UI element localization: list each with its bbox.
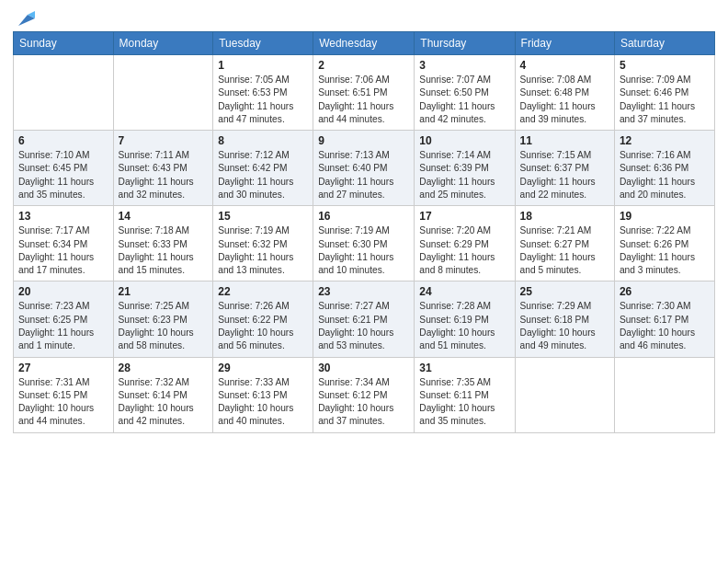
empty-cell <box>113 55 213 131</box>
day-detail: Sunrise: 7:17 AMSunset: 6:34 PMDaylight:… <box>18 224 108 277</box>
day-number: 22 <box>218 285 308 298</box>
day-cell-21: 21Sunrise: 7:25 AMSunset: 6:23 PMDayligh… <box>113 282 213 357</box>
day-detail: Sunrise: 7:06 AMSunset: 6:51 PMDaylight:… <box>318 74 409 126</box>
day-number: 15 <box>218 210 308 223</box>
day-cell-29: 29Sunrise: 7:33 AMSunset: 6:13 PMDayligh… <box>213 357 313 432</box>
day-detail: Sunrise: 7:23 AMSunset: 6:25 PMDaylight:… <box>18 300 108 352</box>
day-detail: Sunrise: 7:07 AMSunset: 6:50 PMDaylight:… <box>419 74 509 126</box>
day-detail: Sunrise: 7:30 AMSunset: 6:17 PMDaylight:… <box>620 300 710 352</box>
day-number: 4 <box>520 59 609 72</box>
logo <box>13 9 35 26</box>
day-detail: Sunrise: 7:33 AMSunset: 6:13 PMDaylight:… <box>218 376 308 429</box>
day-cell-16: 16Sunrise: 7:19 AMSunset: 6:30 PMDayligh… <box>313 206 415 282</box>
day-cell-7: 7Sunrise: 7:11 AMSunset: 6:43 PMDaylight… <box>113 131 213 206</box>
day-number: 7 <box>119 134 209 147</box>
weekday-header-saturday: Saturday <box>614 32 714 55</box>
day-cell-3: 3Sunrise: 7:07 AMSunset: 6:50 PMDaylight… <box>415 55 515 131</box>
day-detail: Sunrise: 7:13 AMSunset: 6:40 PMDaylight:… <box>318 149 409 201</box>
day-cell-28: 28Sunrise: 7:32 AMSunset: 6:14 PMDayligh… <box>113 357 213 432</box>
day-cell-30: 30Sunrise: 7:34 AMSunset: 6:12 PMDayligh… <box>313 357 415 432</box>
day-number: 8 <box>218 134 308 147</box>
day-number: 12 <box>620 134 710 147</box>
day-number: 24 <box>419 285 509 298</box>
day-detail: Sunrise: 7:28 AMSunset: 6:19 PMDaylight:… <box>419 300 509 352</box>
weekday-header-tuesday: Tuesday <box>213 32 313 55</box>
day-number: 27 <box>18 362 108 374</box>
day-number: 18 <box>520 210 609 223</box>
weekday-header-friday: Friday <box>515 32 614 55</box>
day-cell-20: 20Sunrise: 7:23 AMSunset: 6:25 PMDayligh… <box>14 282 114 357</box>
day-cell-25: 25Sunrise: 7:29 AMSunset: 6:18 PMDayligh… <box>515 282 614 357</box>
day-detail: Sunrise: 7:09 AMSunset: 6:46 PMDaylight:… <box>620 74 710 126</box>
day-cell-1: 1Sunrise: 7:05 AMSunset: 6:53 PMDaylight… <box>213 55 313 131</box>
day-detail: Sunrise: 7:32 AMSunset: 6:14 PMDaylight:… <box>119 376 209 429</box>
day-number: 11 <box>520 134 609 147</box>
day-number: 19 <box>620 210 710 223</box>
day-number: 16 <box>318 210 409 223</box>
day-cell-11: 11Sunrise: 7:15 AMSunset: 6:37 PMDayligh… <box>515 131 614 206</box>
day-number: 17 <box>419 210 509 223</box>
day-detail: Sunrise: 7:14 AMSunset: 6:39 PMDaylight:… <box>419 149 509 201</box>
day-detail: Sunrise: 7:31 AMSunset: 6:15 PMDaylight:… <box>18 376 108 429</box>
day-cell-2: 2Sunrise: 7:06 AMSunset: 6:51 PMDaylight… <box>313 55 415 131</box>
day-cell-8: 8Sunrise: 7:12 AMSunset: 6:42 PMDaylight… <box>213 131 313 206</box>
day-number: 28 <box>119 362 209 374</box>
day-cell-5: 5Sunrise: 7:09 AMSunset: 6:46 PMDaylight… <box>614 55 714 131</box>
week-row-4: 20Sunrise: 7:23 AMSunset: 6:25 PMDayligh… <box>14 282 715 357</box>
day-detail: Sunrise: 7:34 AMSunset: 6:12 PMDaylight:… <box>318 376 409 429</box>
day-cell-14: 14Sunrise: 7:18 AMSunset: 6:33 PMDayligh… <box>113 206 213 282</box>
day-detail: Sunrise: 7:29 AMSunset: 6:18 PMDaylight:… <box>520 300 609 352</box>
day-cell-24: 24Sunrise: 7:28 AMSunset: 6:19 PMDayligh… <box>415 282 515 357</box>
day-detail: Sunrise: 7:21 AMSunset: 6:27 PMDaylight:… <box>520 224 609 277</box>
day-number: 30 <box>318 362 409 374</box>
day-detail: Sunrise: 7:08 AMSunset: 6:48 PMDaylight:… <box>520 74 609 126</box>
empty-cell <box>515 357 614 432</box>
day-detail: Sunrise: 7:26 AMSunset: 6:22 PMDaylight:… <box>218 300 308 352</box>
day-cell-6: 6Sunrise: 7:10 AMSunset: 6:45 PMDaylight… <box>14 131 114 206</box>
weekday-header-wednesday: Wednesday <box>313 32 415 55</box>
day-number: 5 <box>620 59 710 72</box>
day-number: 6 <box>18 134 108 147</box>
day-number: 26 <box>620 285 710 298</box>
weekday-header-sunday: Sunday <box>14 32 114 55</box>
day-number: 2 <box>318 59 409 72</box>
day-detail: Sunrise: 7:22 AMSunset: 6:26 PMDaylight:… <box>620 224 710 277</box>
day-number: 9 <box>318 134 409 147</box>
day-detail: Sunrise: 7:19 AMSunset: 6:30 PMDaylight:… <box>318 224 409 277</box>
week-row-2: 6Sunrise: 7:10 AMSunset: 6:45 PMDaylight… <box>14 131 715 206</box>
day-cell-4: 4Sunrise: 7:08 AMSunset: 6:48 PMDaylight… <box>515 55 614 131</box>
day-cell-22: 22Sunrise: 7:26 AMSunset: 6:22 PMDayligh… <box>213 282 313 357</box>
day-number: 1 <box>218 59 308 72</box>
empty-cell <box>614 357 714 432</box>
day-cell-18: 18Sunrise: 7:21 AMSunset: 6:27 PMDayligh… <box>515 206 614 282</box>
day-number: 31 <box>419 362 509 374</box>
calendar-table: SundayMondayTuesdayWednesdayThursdayFrid… <box>13 31 715 433</box>
day-number: 14 <box>119 210 209 223</box>
day-detail: Sunrise: 7:16 AMSunset: 6:36 PMDaylight:… <box>620 149 710 201</box>
day-cell-12: 12Sunrise: 7:16 AMSunset: 6:36 PMDayligh… <box>614 131 714 206</box>
day-detail: Sunrise: 7:25 AMSunset: 6:23 PMDaylight:… <box>119 300 209 352</box>
day-detail: Sunrise: 7:19 AMSunset: 6:32 PMDaylight:… <box>218 224 308 277</box>
header-row <box>13 9 715 26</box>
page: SundayMondayTuesdayWednesdayThursdayFrid… <box>0 0 728 563</box>
day-detail: Sunrise: 7:12 AMSunset: 6:42 PMDaylight:… <box>218 149 308 201</box>
day-detail: Sunrise: 7:05 AMSunset: 6:53 PMDaylight:… <box>218 74 308 126</box>
day-number: 20 <box>18 285 108 298</box>
day-detail: Sunrise: 7:27 AMSunset: 6:21 PMDaylight:… <box>318 300 409 352</box>
week-row-5: 27Sunrise: 7:31 AMSunset: 6:15 PMDayligh… <box>14 357 715 432</box>
day-cell-23: 23Sunrise: 7:27 AMSunset: 6:21 PMDayligh… <box>313 282 415 357</box>
day-detail: Sunrise: 7:35 AMSunset: 6:11 PMDaylight:… <box>419 376 509 429</box>
weekday-header-thursday: Thursday <box>415 32 515 55</box>
day-number: 13 <box>18 210 108 223</box>
day-number: 29 <box>218 362 308 374</box>
day-number: 21 <box>119 285 209 298</box>
day-number: 25 <box>520 285 609 298</box>
empty-cell <box>14 55 114 131</box>
day-cell-9: 9Sunrise: 7:13 AMSunset: 6:40 PMDaylight… <box>313 131 415 206</box>
day-detail: Sunrise: 7:20 AMSunset: 6:29 PMDaylight:… <box>419 224 509 277</box>
day-cell-10: 10Sunrise: 7:14 AMSunset: 6:39 PMDayligh… <box>415 131 515 206</box>
day-cell-19: 19Sunrise: 7:22 AMSunset: 6:26 PMDayligh… <box>614 206 714 282</box>
weekday-header-monday: Monday <box>113 32 213 55</box>
week-row-1: 1Sunrise: 7:05 AMSunset: 6:53 PMDaylight… <box>14 55 715 131</box>
day-number: 3 <box>419 59 509 72</box>
